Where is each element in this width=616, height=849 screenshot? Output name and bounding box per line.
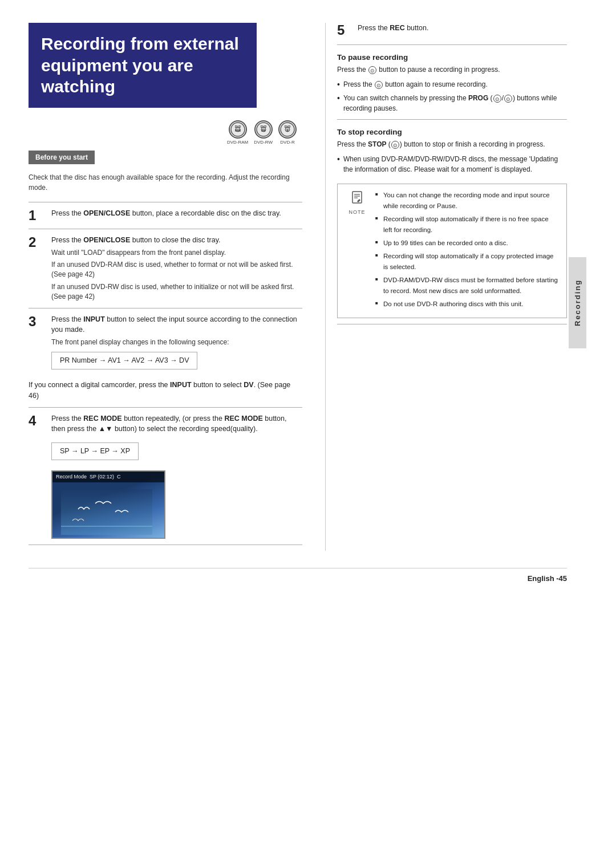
step-2-note-3: If an unused DVD-RW disc is used, whethe… xyxy=(51,282,302,302)
step-5-bold: REC xyxy=(390,24,404,32)
pause-resume-icon: ⊙ xyxy=(375,81,383,89)
stop-bullet-1: • When using DVD-RAM/DVD-RW/DVD-R discs,… xyxy=(337,154,567,174)
step-3-content: Press the INPUT button to select the inp… xyxy=(51,314,302,375)
dvd-r-icon: DVD R DVD-R xyxy=(278,120,297,145)
step-2-note-1: Wait until "LOAD" disappears from the fr… xyxy=(51,248,302,258)
prog-icon-2: ⊙ xyxy=(504,95,512,103)
note-item-6: Do not use DVD-R authoring discs with th… xyxy=(375,299,558,309)
step-4-content: Press the REC MODE button repeatedly, (o… xyxy=(51,413,302,539)
step-4-number: 4 xyxy=(29,413,47,428)
svg-text:RW: RW xyxy=(261,129,266,132)
pause-icon-circle: ⊙ xyxy=(368,66,376,74)
sidebar-column: Recording xyxy=(567,23,587,583)
note-content: You can not change the recording mode an… xyxy=(375,190,558,312)
stop-section-title: To stop recording xyxy=(337,128,567,136)
stop-bullet-1-dot: • xyxy=(337,153,340,165)
stop-section-text: Press the STOP (⊙) button to stop or fin… xyxy=(337,139,567,149)
note-item-4: Recording will stop automatically if a c… xyxy=(375,251,558,272)
step-3-bold: INPUT xyxy=(83,315,105,323)
divider-2 xyxy=(29,229,302,229)
footer: English -45 xyxy=(29,568,567,583)
step-2-content: Press the OPEN/CLOSE button to close the… xyxy=(51,235,302,302)
pause-bullet-1: • Press the ⊙ button again to resume rec… xyxy=(337,79,567,91)
pause-section-text: Press the ⊙ button to pause a recording … xyxy=(337,64,567,75)
step-3-sequence-box: PR Number → AV1 → AV2 → AV3 → DV xyxy=(51,352,197,369)
note-box: NOTE You can not change the recording mo… xyxy=(337,184,567,318)
divider-right-2 xyxy=(337,119,567,120)
pause-bullet-1-text: Press the ⊙ button again to resume recor… xyxy=(343,79,488,90)
recording-image: Record Mode SP (02:12) C xyxy=(51,470,165,539)
step-4-bold2: REC MODE xyxy=(224,415,262,423)
step-3: 3 Press the INPUT button to select the i… xyxy=(29,314,302,375)
note-pencil-icon xyxy=(349,190,365,209)
dvd-r-circle: DVD R xyxy=(278,120,297,139)
divider-5 xyxy=(29,545,302,545)
svg-text:DVD: DVD xyxy=(285,125,291,128)
step-4-bold1: REC MODE xyxy=(83,415,121,423)
step-2: 2 Press the OPEN/CLOSE button to close t… xyxy=(29,235,302,302)
content-area: Recording from external equipment you ar… xyxy=(29,23,587,583)
dvd-rw-icon: DVD RW DVD-RW xyxy=(254,120,273,145)
divider-right-3 xyxy=(337,324,567,324)
step-3b-bold2: DV xyxy=(244,381,253,389)
step-2-number: 2 xyxy=(29,235,47,250)
divider-4 xyxy=(29,407,302,408)
stop-icon-circle: ⊙ xyxy=(391,141,399,149)
step-4: 4 Press the REC MODE button repeatedly, … xyxy=(29,413,302,539)
note-item-3: Up to 99 titles can be recorded onto a d… xyxy=(375,238,558,248)
dvd-ram-circle: DVD RAM xyxy=(229,120,247,139)
footer-text: English -45 xyxy=(528,574,567,583)
pause-section-title: To pause recording xyxy=(337,53,567,62)
svg-text:DVD: DVD xyxy=(234,125,241,128)
step-3-number: 3 xyxy=(29,314,47,329)
svg-text:DVD: DVD xyxy=(260,125,266,128)
stop-bold: STOP xyxy=(368,140,386,148)
note-item-1: You can not change the recording mode an… xyxy=(375,190,558,211)
main-content: Recording from external equipment you ar… xyxy=(29,23,567,583)
step-3b-content: If you connect a digital camcorder, pres… xyxy=(29,380,302,401)
step-5: 5 Press the REC button. xyxy=(337,23,567,38)
svg-rect-12 xyxy=(61,489,152,535)
step-2-bold: OPEN/CLOSE xyxy=(83,236,130,244)
step-3-sequence-label: The front panel display changes in the f… xyxy=(51,338,302,347)
svg-text:RAM: RAM xyxy=(234,129,240,132)
two-column-layout: Recording from external equipment you ar… xyxy=(29,23,567,551)
dvd-ram-icon: DVD RAM DVD-RAM xyxy=(227,120,248,145)
before-start-label: Before you start xyxy=(29,151,95,164)
step-4-sequence-box: SP → LP → EP → XP xyxy=(51,442,139,460)
dvd-rw-circle: DVD RW xyxy=(254,120,273,139)
step-3b-bold1: INPUT xyxy=(170,381,192,389)
stop-bullet-1-text: When using DVD-RAM/DVD-RW/DVD-R discs, t… xyxy=(343,154,567,174)
dvd-r-label: DVD-R xyxy=(280,140,294,145)
right-column: 5 Press the REC button. To pause recordi… xyxy=(325,23,567,551)
pause-prog-bold: PROG xyxy=(468,94,488,102)
note-list: You can not change the recording mode an… xyxy=(375,190,558,309)
page: Recording from external equipment you ar… xyxy=(0,0,616,849)
note-icon-col: NOTE xyxy=(346,190,368,215)
step-1-bold: OPEN/CLOSE xyxy=(83,209,130,217)
page-title: Recording from external equipment you ar… xyxy=(29,23,257,108)
divider-1 xyxy=(29,202,302,202)
step-2-note-2: If an unused DVD-RAM disc is used, wheth… xyxy=(51,260,302,280)
note-item-5: DVD-RAM/DVD-RW discs must be formatted b… xyxy=(375,275,558,296)
prog-icon-1: ⊙ xyxy=(493,95,501,103)
dvd-ram-label: DVD-RAM xyxy=(227,140,248,145)
note-label: NOTE xyxy=(348,209,365,215)
step-1-content: Press the OPEN/CLOSE button, place a rec… xyxy=(51,208,302,219)
birds-svg xyxy=(61,489,152,535)
step-1-number: 1 xyxy=(29,208,47,223)
note-icon-svg xyxy=(349,190,365,206)
divider-right-1 xyxy=(337,44,567,45)
pause-bullet-1-dot: • xyxy=(337,79,340,91)
pause-bullet-2: • You can switch channels by pressing th… xyxy=(337,93,567,113)
dvd-rw-label: DVD-RW xyxy=(254,140,273,145)
left-column: Recording from external equipment you ar… xyxy=(29,23,325,551)
pause-bullet-2-dot: • xyxy=(337,92,340,104)
divider-3 xyxy=(29,308,302,308)
before-start-text: Check that the disc has enough available… xyxy=(29,172,302,193)
rec-bar: Record Mode SP (02:12) C xyxy=(52,472,164,483)
disc-icons-row: DVD RAM DVD-RAM DVD xyxy=(29,120,302,145)
sidebar-recording-label: Recording xyxy=(569,257,586,348)
pause-bullet-2-text: You can switch channels by pressing the … xyxy=(343,93,567,113)
step-1: 1 Press the OPEN/CLOSE button, place a r… xyxy=(29,208,302,223)
